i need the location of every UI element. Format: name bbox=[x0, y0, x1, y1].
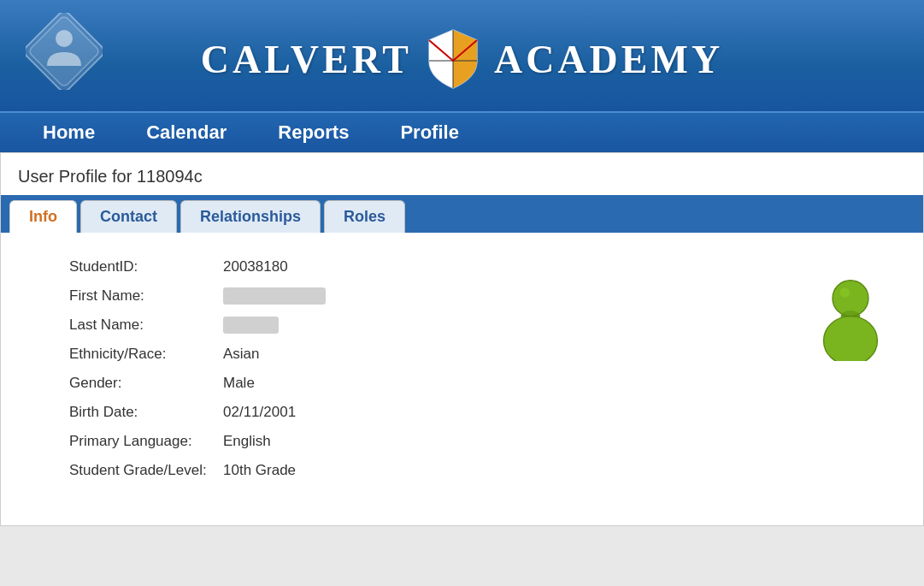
field-label-grade: Student Grade/Level: bbox=[69, 462, 223, 479]
nav-item-profile[interactable]: Profile bbox=[374, 113, 484, 152]
field-label-firstname: First Name: bbox=[69, 287, 223, 305]
logo-container bbox=[26, 13, 103, 93]
nav-item-reports[interactable]: Reports bbox=[252, 113, 374, 152]
site-header: CALVERT ACADEMY bbox=[0, 0, 924, 111]
field-row-lastname: Last Name: bbox=[69, 317, 778, 334]
shield-icon bbox=[427, 28, 479, 90]
tab-roles-label: Roles bbox=[344, 208, 385, 225]
tab-relationships[interactable]: Relationships bbox=[180, 200, 321, 233]
tabs-container: Info Contact Relationships Roles bbox=[1, 195, 923, 233]
nav-item-home[interactable]: Home bbox=[17, 113, 121, 152]
tab-roles[interactable]: Roles bbox=[324, 200, 405, 233]
header-title: CALVERT ACADEMY bbox=[201, 28, 723, 90]
tab-info[interactable]: Info bbox=[9, 200, 77, 233]
field-label-gender: Gender: bbox=[69, 375, 223, 392]
field-label-lastname: Last Name: bbox=[69, 317, 223, 334]
person-avatar-icon bbox=[812, 275, 889, 361]
field-value-birthdate: 02/11/2001 bbox=[223, 404, 296, 421]
page-title: User Profile for 118094c bbox=[1, 153, 923, 195]
profile-fields: StudentID: 20038180 First Name: Last Nam… bbox=[69, 258, 778, 491]
field-value-gender: Male bbox=[223, 375, 255, 392]
field-value-firstname-blurred bbox=[223, 287, 326, 305]
svg-rect-1 bbox=[28, 15, 101, 88]
tab-info-label: Info bbox=[29, 208, 57, 225]
svg-point-2 bbox=[56, 30, 73, 47]
tab-contact[interactable]: Contact bbox=[80, 200, 177, 233]
header-title-right: ACADEMY bbox=[494, 37, 723, 82]
field-row-gender: Gender: Male bbox=[69, 375, 778, 392]
diamond-logo-icon bbox=[26, 13, 103, 90]
field-label-studentid: StudentID: bbox=[69, 258, 223, 275]
field-label-birthdate: Birth Date: bbox=[69, 404, 223, 421]
svg-point-8 bbox=[840, 287, 850, 297]
field-value-language: English bbox=[223, 433, 271, 450]
field-row-firstname: First Name: bbox=[69, 287, 778, 305]
field-value-ethnicity: Asian bbox=[223, 346, 260, 363]
tab-relationships-label: Relationships bbox=[200, 208, 301, 225]
field-value-lastname-blurred bbox=[223, 317, 279, 334]
navigation-bar: Home Calendar Reports Profile bbox=[0, 111, 924, 152]
field-value-studentid: 20038180 bbox=[223, 258, 288, 275]
field-row-ethnicity: Ethnicity/Race: Asian bbox=[69, 346, 778, 363]
field-label-language: Primary Language: bbox=[69, 433, 223, 450]
main-content: User Profile for 118094c Info Contact Re… bbox=[0, 152, 924, 526]
field-row-studentid: StudentID: 20038180 bbox=[69, 258, 778, 275]
field-label-ethnicity: Ethnicity/Race: bbox=[69, 346, 223, 363]
field-row-grade: Student Grade/Level: 10th Grade bbox=[69, 462, 778, 479]
profile-content: StudentID: 20038180 First Name: Last Nam… bbox=[1, 233, 923, 525]
avatar-container bbox=[812, 258, 889, 491]
field-row-language: Primary Language: English bbox=[69, 433, 778, 450]
nav-item-calendar[interactable]: Calendar bbox=[121, 113, 252, 152]
header-title-left: CALVERT bbox=[201, 37, 412, 82]
field-row-birthdate: Birth Date: 02/11/2001 bbox=[69, 404, 778, 421]
tab-contact-label: Contact bbox=[100, 208, 157, 225]
field-value-grade: 10th Grade bbox=[223, 462, 296, 479]
